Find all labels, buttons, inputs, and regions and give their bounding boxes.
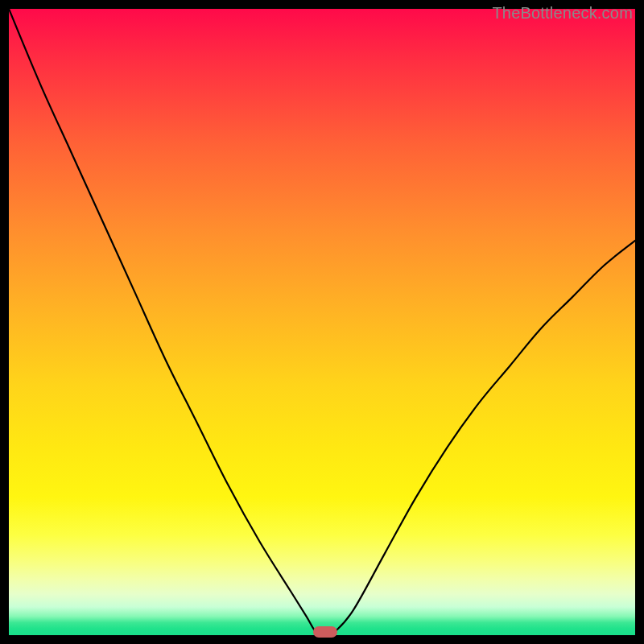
watermark-text: TheBottleneck.com — [492, 4, 633, 23]
chart-background — [9, 9, 635, 635]
bottleneck-curve — [9, 9, 635, 635]
optimal-point-marker — [313, 626, 337, 638]
